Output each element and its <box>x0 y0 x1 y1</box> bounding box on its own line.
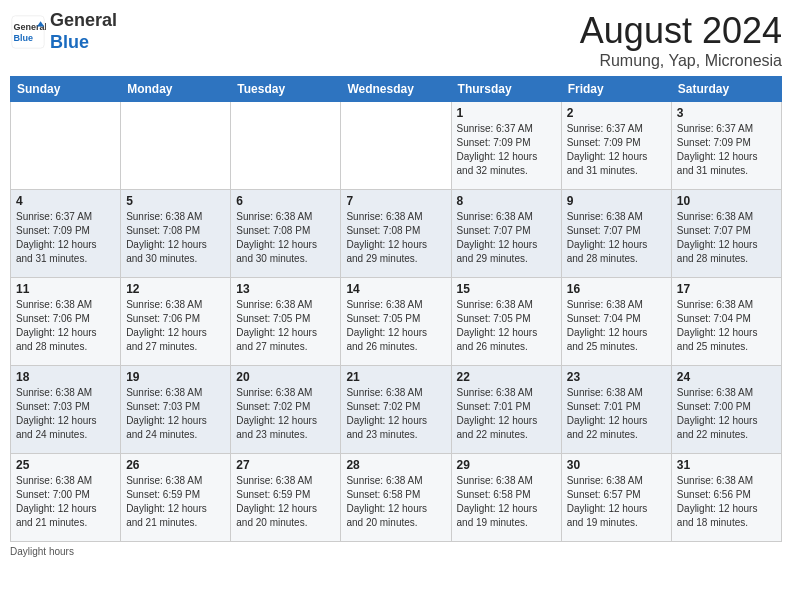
calendar-cell <box>11 102 121 190</box>
calendar-cell: 3Sunrise: 6:37 AM Sunset: 7:09 PM Daylig… <box>671 102 781 190</box>
day-detail: Sunrise: 6:38 AM Sunset: 7:05 PM Dayligh… <box>457 298 556 354</box>
day-number: 31 <box>677 458 776 472</box>
calendar-cell: 23Sunrise: 6:38 AM Sunset: 7:01 PM Dayli… <box>561 366 671 454</box>
day-detail: Sunrise: 6:38 AM Sunset: 7:08 PM Dayligh… <box>346 210 445 266</box>
calendar-cell: 28Sunrise: 6:38 AM Sunset: 6:58 PM Dayli… <box>341 454 451 542</box>
location-subtitle: Rumung, Yap, Micronesia <box>580 52 782 70</box>
day-detail: Sunrise: 6:38 AM Sunset: 6:56 PM Dayligh… <box>677 474 776 530</box>
day-number: 20 <box>236 370 335 384</box>
day-detail: Sunrise: 6:38 AM Sunset: 6:58 PM Dayligh… <box>457 474 556 530</box>
calendar-cell: 7Sunrise: 6:38 AM Sunset: 7:08 PM Daylig… <box>341 190 451 278</box>
day-detail: Sunrise: 6:38 AM Sunset: 7:04 PM Dayligh… <box>567 298 666 354</box>
day-detail: Sunrise: 6:37 AM Sunset: 7:09 PM Dayligh… <box>457 122 556 178</box>
weekday-header-monday: Monday <box>121 77 231 102</box>
day-detail: Sunrise: 6:38 AM Sunset: 7:05 PM Dayligh… <box>236 298 335 354</box>
week-row-1: 1Sunrise: 6:37 AM Sunset: 7:09 PM Daylig… <box>11 102 782 190</box>
calendar-cell: 19Sunrise: 6:38 AM Sunset: 7:03 PM Dayli… <box>121 366 231 454</box>
day-detail: Sunrise: 6:38 AM Sunset: 7:04 PM Dayligh… <box>677 298 776 354</box>
calendar-cell: 4Sunrise: 6:37 AM Sunset: 7:09 PM Daylig… <box>11 190 121 278</box>
day-number: 29 <box>457 458 556 472</box>
weekday-header-saturday: Saturday <box>671 77 781 102</box>
day-detail: Sunrise: 6:38 AM Sunset: 7:01 PM Dayligh… <box>457 386 556 442</box>
day-number: 22 <box>457 370 556 384</box>
week-row-2: 4Sunrise: 6:37 AM Sunset: 7:09 PM Daylig… <box>11 190 782 278</box>
calendar-cell: 5Sunrise: 6:38 AM Sunset: 7:08 PM Daylig… <box>121 190 231 278</box>
day-number: 9 <box>567 194 666 208</box>
calendar-cell <box>121 102 231 190</box>
weekday-header-row: SundayMondayTuesdayWednesdayThursdayFrid… <box>11 77 782 102</box>
day-detail: Sunrise: 6:37 AM Sunset: 7:09 PM Dayligh… <box>567 122 666 178</box>
weekday-header-thursday: Thursday <box>451 77 561 102</box>
day-detail: Sunrise: 6:38 AM Sunset: 7:07 PM Dayligh… <box>677 210 776 266</box>
weekday-header-wednesday: Wednesday <box>341 77 451 102</box>
day-number: 14 <box>346 282 445 296</box>
calendar-cell: 18Sunrise: 6:38 AM Sunset: 7:03 PM Dayli… <box>11 366 121 454</box>
calendar-cell: 29Sunrise: 6:38 AM Sunset: 6:58 PM Dayli… <box>451 454 561 542</box>
calendar-cell: 17Sunrise: 6:38 AM Sunset: 7:04 PM Dayli… <box>671 278 781 366</box>
day-detail: Sunrise: 6:38 AM Sunset: 7:07 PM Dayligh… <box>567 210 666 266</box>
day-detail: Sunrise: 6:38 AM Sunset: 6:59 PM Dayligh… <box>126 474 225 530</box>
weekday-header-friday: Friday <box>561 77 671 102</box>
day-detail: Sunrise: 6:38 AM Sunset: 7:00 PM Dayligh… <box>16 474 115 530</box>
day-number: 26 <box>126 458 225 472</box>
footer: Daylight hours <box>10 546 782 557</box>
title-block: August 2024 Rumung, Yap, Micronesia <box>580 10 782 70</box>
calendar-cell: 11Sunrise: 6:38 AM Sunset: 7:06 PM Dayli… <box>11 278 121 366</box>
logo-icon: General Blue <box>10 14 46 50</box>
day-number: 13 <box>236 282 335 296</box>
calendar-cell: 12Sunrise: 6:38 AM Sunset: 7:06 PM Dayli… <box>121 278 231 366</box>
day-detail: Sunrise: 6:38 AM Sunset: 6:58 PM Dayligh… <box>346 474 445 530</box>
calendar-cell: 25Sunrise: 6:38 AM Sunset: 7:00 PM Dayli… <box>11 454 121 542</box>
day-number: 16 <box>567 282 666 296</box>
day-detail: Sunrise: 6:38 AM Sunset: 7:03 PM Dayligh… <box>126 386 225 442</box>
day-number: 6 <box>236 194 335 208</box>
calendar-cell: 16Sunrise: 6:38 AM Sunset: 7:04 PM Dayli… <box>561 278 671 366</box>
day-detail: Sunrise: 6:38 AM Sunset: 6:59 PM Dayligh… <box>236 474 335 530</box>
weekday-header-sunday: Sunday <box>11 77 121 102</box>
weekday-header-tuesday: Tuesday <box>231 77 341 102</box>
calendar-cell: 6Sunrise: 6:38 AM Sunset: 7:08 PM Daylig… <box>231 190 341 278</box>
week-row-5: 25Sunrise: 6:38 AM Sunset: 7:00 PM Dayli… <box>11 454 782 542</box>
calendar-cell <box>341 102 451 190</box>
calendar-cell: 27Sunrise: 6:38 AM Sunset: 6:59 PM Dayli… <box>231 454 341 542</box>
day-number: 18 <box>16 370 115 384</box>
logo-text: General Blue <box>50 10 117 53</box>
calendar-cell: 13Sunrise: 6:38 AM Sunset: 7:05 PM Dayli… <box>231 278 341 366</box>
logo: General Blue General Blue <box>10 10 117 53</box>
day-number: 30 <box>567 458 666 472</box>
day-number: 15 <box>457 282 556 296</box>
day-number: 27 <box>236 458 335 472</box>
day-number: 11 <box>16 282 115 296</box>
day-number: 28 <box>346 458 445 472</box>
calendar-cell: 15Sunrise: 6:38 AM Sunset: 7:05 PM Dayli… <box>451 278 561 366</box>
day-detail: Sunrise: 6:38 AM Sunset: 7:02 PM Dayligh… <box>236 386 335 442</box>
day-number: 21 <box>346 370 445 384</box>
day-detail: Sunrise: 6:38 AM Sunset: 7:00 PM Dayligh… <box>677 386 776 442</box>
day-number: 4 <box>16 194 115 208</box>
calendar-cell: 14Sunrise: 6:38 AM Sunset: 7:05 PM Dayli… <box>341 278 451 366</box>
page-header: General Blue General Blue August 2024 Ru… <box>10 10 782 70</box>
day-number: 8 <box>457 194 556 208</box>
calendar-cell: 26Sunrise: 6:38 AM Sunset: 6:59 PM Dayli… <box>121 454 231 542</box>
day-number: 23 <box>567 370 666 384</box>
day-number: 7 <box>346 194 445 208</box>
calendar-cell: 2Sunrise: 6:37 AM Sunset: 7:09 PM Daylig… <box>561 102 671 190</box>
calendar-cell: 10Sunrise: 6:38 AM Sunset: 7:07 PM Dayli… <box>671 190 781 278</box>
day-detail: Sunrise: 6:38 AM Sunset: 7:02 PM Dayligh… <box>346 386 445 442</box>
day-number: 17 <box>677 282 776 296</box>
day-number: 5 <box>126 194 225 208</box>
day-number: 1 <box>457 106 556 120</box>
day-detail: Sunrise: 6:38 AM Sunset: 6:57 PM Dayligh… <box>567 474 666 530</box>
day-detail: Sunrise: 6:38 AM Sunset: 7:06 PM Dayligh… <box>126 298 225 354</box>
day-number: 25 <box>16 458 115 472</box>
day-number: 10 <box>677 194 776 208</box>
calendar-cell: 8Sunrise: 6:38 AM Sunset: 7:07 PM Daylig… <box>451 190 561 278</box>
daylight-label: Daylight hours <box>10 546 74 557</box>
day-detail: Sunrise: 6:37 AM Sunset: 7:09 PM Dayligh… <box>677 122 776 178</box>
calendar-cell: 31Sunrise: 6:38 AM Sunset: 6:56 PM Dayli… <box>671 454 781 542</box>
day-number: 2 <box>567 106 666 120</box>
day-number: 24 <box>677 370 776 384</box>
month-year-title: August 2024 <box>580 10 782 52</box>
calendar-cell: 24Sunrise: 6:38 AM Sunset: 7:00 PM Dayli… <box>671 366 781 454</box>
day-detail: Sunrise: 6:38 AM Sunset: 7:07 PM Dayligh… <box>457 210 556 266</box>
